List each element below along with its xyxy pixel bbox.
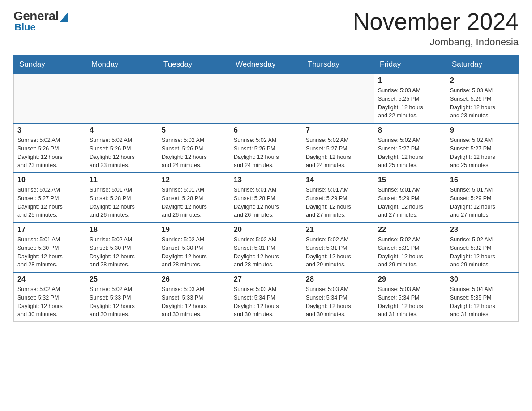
calendar-week-row: 1Sunrise: 5:03 AM Sunset: 5:25 PM Daylig… xyxy=(14,74,519,124)
day-info: Sunrise: 5:01 AM Sunset: 5:28 PM Dayligh… xyxy=(162,186,226,219)
day-number: 20 xyxy=(234,226,298,234)
day-info: Sunrise: 5:02 AM Sunset: 5:27 PM Dayligh… xyxy=(378,136,442,170)
calendar-cell: 24Sunrise: 5:02 AM Sunset: 5:32 PM Dayli… xyxy=(14,272,86,322)
day-number: 29 xyxy=(378,275,442,283)
day-number: 15 xyxy=(378,176,442,184)
calendar-cell: 23Sunrise: 5:02 AM Sunset: 5:32 PM Dayli… xyxy=(446,223,519,272)
weekday-header-monday: Monday xyxy=(86,56,158,74)
calendar-cell: 1Sunrise: 5:03 AM Sunset: 5:25 PM Daylig… xyxy=(374,74,446,124)
calendar-cell: 20Sunrise: 5:02 AM Sunset: 5:31 PM Dayli… xyxy=(230,223,302,272)
calendar-week-row: 17Sunrise: 5:01 AM Sunset: 5:30 PM Dayli… xyxy=(14,223,519,272)
day-number: 18 xyxy=(90,226,154,234)
weekday-header-friday: Friday xyxy=(374,56,446,74)
day-number: 27 xyxy=(234,275,298,283)
day-info: Sunrise: 5:02 AM Sunset: 5:27 PM Dayligh… xyxy=(450,136,515,170)
day-info: Sunrise: 5:03 AM Sunset: 5:25 PM Dayligh… xyxy=(378,86,442,120)
day-number: 7 xyxy=(306,126,370,134)
day-info: Sunrise: 5:02 AM Sunset: 5:31 PM Dayligh… xyxy=(378,235,442,269)
day-number: 26 xyxy=(162,275,226,283)
day-info: Sunrise: 5:01 AM Sunset: 5:29 PM Dayligh… xyxy=(450,186,515,219)
day-number: 8 xyxy=(378,126,442,134)
day-number: 9 xyxy=(450,126,515,134)
day-number: 24 xyxy=(17,275,82,283)
calendar-cell: 25Sunrise: 5:02 AM Sunset: 5:33 PM Dayli… xyxy=(86,272,158,322)
day-info: Sunrise: 5:03 AM Sunset: 5:34 PM Dayligh… xyxy=(234,285,298,319)
calendar-cell: 7Sunrise: 5:02 AM Sunset: 5:27 PM Daylig… xyxy=(302,123,374,173)
calendar-cell: 29Sunrise: 5:03 AM Sunset: 5:34 PM Dayli… xyxy=(374,272,446,322)
day-info: Sunrise: 5:01 AM Sunset: 5:30 PM Dayligh… xyxy=(17,235,82,269)
day-info: Sunrise: 5:02 AM Sunset: 5:30 PM Dayligh… xyxy=(90,235,154,269)
calendar-cell xyxy=(158,74,230,124)
day-info: Sunrise: 5:01 AM Sunset: 5:29 PM Dayligh… xyxy=(378,186,442,219)
day-info: Sunrise: 5:01 AM Sunset: 5:28 PM Dayligh… xyxy=(90,186,154,219)
day-info: Sunrise: 5:02 AM Sunset: 5:31 PM Dayligh… xyxy=(234,235,298,269)
calendar-cell: 3Sunrise: 5:02 AM Sunset: 5:26 PM Daylig… xyxy=(14,123,86,173)
calendar-cell: 12Sunrise: 5:01 AM Sunset: 5:28 PM Dayli… xyxy=(158,173,230,223)
day-info: Sunrise: 5:03 AM Sunset: 5:33 PM Dayligh… xyxy=(162,285,226,319)
day-info: Sunrise: 5:03 AM Sunset: 5:34 PM Dayligh… xyxy=(378,285,442,319)
day-number: 5 xyxy=(162,126,226,134)
weekday-header-thursday: Thursday xyxy=(302,56,374,74)
day-info: Sunrise: 5:02 AM Sunset: 5:33 PM Dayligh… xyxy=(90,285,154,319)
calendar-cell: 28Sunrise: 5:03 AM Sunset: 5:34 PM Dayli… xyxy=(302,272,374,322)
day-info: Sunrise: 5:02 AM Sunset: 5:32 PM Dayligh… xyxy=(450,235,515,269)
calendar-cell: 30Sunrise: 5:04 AM Sunset: 5:35 PM Dayli… xyxy=(446,272,519,322)
weekday-header-tuesday: Tuesday xyxy=(158,56,230,74)
day-number: 17 xyxy=(17,226,82,234)
day-number: 6 xyxy=(234,126,298,134)
calendar-cell: 13Sunrise: 5:01 AM Sunset: 5:28 PM Dayli… xyxy=(230,173,302,223)
calendar-cell xyxy=(86,74,158,124)
calendar-cell xyxy=(230,74,302,124)
day-info: Sunrise: 5:02 AM Sunset: 5:26 PM Dayligh… xyxy=(234,136,298,170)
day-info: Sunrise: 5:02 AM Sunset: 5:26 PM Dayligh… xyxy=(17,136,82,170)
weekday-header-row: SundayMondayTuesdayWednesdayThursdayFrid… xyxy=(14,56,519,74)
day-number: 25 xyxy=(90,275,154,283)
day-info: Sunrise: 5:04 AM Sunset: 5:35 PM Dayligh… xyxy=(450,285,515,319)
calendar-cell: 9Sunrise: 5:02 AM Sunset: 5:27 PM Daylig… xyxy=(446,123,519,173)
weekday-header-wednesday: Wednesday xyxy=(230,56,302,74)
calendar-cell: 21Sunrise: 5:02 AM Sunset: 5:31 PM Dayli… xyxy=(302,223,374,272)
calendar-cell: 14Sunrise: 5:01 AM Sunset: 5:29 PM Dayli… xyxy=(302,173,374,223)
day-info: Sunrise: 5:02 AM Sunset: 5:32 PM Dayligh… xyxy=(17,285,82,319)
calendar-cell: 27Sunrise: 5:03 AM Sunset: 5:34 PM Dayli… xyxy=(230,272,302,322)
logo[interactable]: General Blue xyxy=(13,9,68,33)
day-number: 14 xyxy=(306,176,370,184)
calendar-week-row: 3Sunrise: 5:02 AM Sunset: 5:26 PM Daylig… xyxy=(14,123,519,173)
day-info: Sunrise: 5:02 AM Sunset: 5:30 PM Dayligh… xyxy=(162,235,226,269)
day-info: Sunrise: 5:02 AM Sunset: 5:26 PM Dayligh… xyxy=(90,136,154,170)
day-number: 3 xyxy=(17,126,82,134)
calendar-cell: 5Sunrise: 5:02 AM Sunset: 5:26 PM Daylig… xyxy=(158,123,230,173)
day-number: 10 xyxy=(17,176,82,184)
calendar-cell: 17Sunrise: 5:01 AM Sunset: 5:30 PM Dayli… xyxy=(14,223,86,272)
day-info: Sunrise: 5:03 AM Sunset: 5:34 PM Dayligh… xyxy=(306,285,370,319)
calendar-cell: 8Sunrise: 5:02 AM Sunset: 5:27 PM Daylig… xyxy=(374,123,446,173)
day-info: Sunrise: 5:02 AM Sunset: 5:31 PM Dayligh… xyxy=(306,235,370,269)
calendar-cell: 4Sunrise: 5:02 AM Sunset: 5:26 PM Daylig… xyxy=(86,123,158,173)
day-number: 11 xyxy=(90,176,154,184)
weekday-header-sunday: Sunday xyxy=(14,56,86,74)
day-info: Sunrise: 5:02 AM Sunset: 5:27 PM Dayligh… xyxy=(17,186,82,219)
calendar-cell xyxy=(14,74,86,124)
day-number: 30 xyxy=(450,275,515,283)
calendar-cell xyxy=(302,74,374,124)
title-section: November 2024 Jombang, Indonesia xyxy=(353,9,519,48)
day-number: 2 xyxy=(450,77,515,85)
calendar-cell: 22Sunrise: 5:02 AM Sunset: 5:31 PM Dayli… xyxy=(374,223,446,272)
calendar-cell: 26Sunrise: 5:03 AM Sunset: 5:33 PM Dayli… xyxy=(158,272,230,322)
day-number: 21 xyxy=(306,226,370,234)
calendar-week-row: 24Sunrise: 5:02 AM Sunset: 5:32 PM Dayli… xyxy=(14,272,519,322)
day-number: 4 xyxy=(90,126,154,134)
calendar-cell: 6Sunrise: 5:02 AM Sunset: 5:26 PM Daylig… xyxy=(230,123,302,173)
day-number: 12 xyxy=(162,176,226,184)
day-info: Sunrise: 5:03 AM Sunset: 5:26 PM Dayligh… xyxy=(450,86,515,120)
logo-triangle-icon xyxy=(60,12,68,22)
day-number: 16 xyxy=(450,176,515,184)
logo-blue-text: Blue xyxy=(14,21,36,33)
calendar-table: SundayMondayTuesdayWednesdayThursdayFrid… xyxy=(13,55,519,322)
weekday-header-saturday: Saturday xyxy=(446,56,519,74)
day-number: 23 xyxy=(450,226,515,234)
calendar-cell: 2Sunrise: 5:03 AM Sunset: 5:26 PM Daylig… xyxy=(446,74,519,124)
day-number: 1 xyxy=(378,77,442,85)
day-number: 28 xyxy=(306,275,370,283)
day-number: 19 xyxy=(162,226,226,234)
